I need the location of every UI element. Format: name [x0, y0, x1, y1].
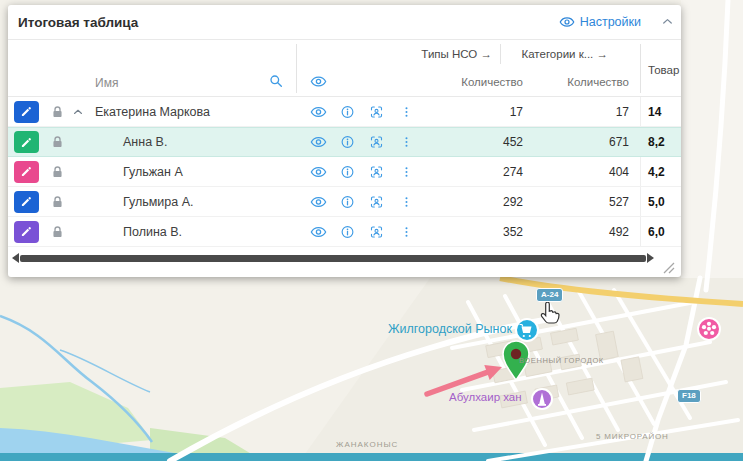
- qty-nso-types: 17: [423, 105, 523, 119]
- qty-categories: 17: [529, 105, 629, 119]
- table-row[interactable]: Екатерина Маркова 17 17 14: [8, 97, 681, 127]
- table-row-selected[interactable]: Анна В. 452 671 8,2: [8, 127, 681, 157]
- row-menu-icon[interactable]: [400, 136, 413, 149]
- row-locate-icon[interactable]: [369, 104, 384, 119]
- row-info-icon[interactable]: [340, 224, 355, 239]
- column-header-name: Имя: [95, 76, 118, 90]
- row-locate-icon[interactable]: [369, 224, 384, 239]
- row-menu-icon[interactable]: [400, 105, 413, 118]
- qty-nso-types: 352: [423, 225, 523, 239]
- header-divider: [296, 44, 297, 93]
- panel-header: Итоговая таблица Настройки: [8, 5, 681, 40]
- pencil-icon: [20, 195, 33, 208]
- resize-grip[interactable]: [661, 260, 675, 274]
- road-badge-f18: F18: [677, 389, 701, 403]
- qty-categories: 404: [529, 165, 629, 179]
- row-info-icon[interactable]: [340, 135, 355, 150]
- scrollbar-thumb[interactable]: [20, 255, 646, 262]
- row-name: Гульжан А: [123, 165, 183, 179]
- map-label-district-zhanakonys: ЖАНАКОНЫС: [336, 440, 398, 449]
- lock-icon[interactable]: [50, 135, 65, 150]
- row-name: Полина В.: [123, 225, 182, 239]
- qty-nso-types: 292: [423, 195, 523, 209]
- horizontal-scrollbar[interactable]: [12, 253, 654, 263]
- row-name: Анна В.: [123, 135, 167, 149]
- eye-icon: [559, 14, 575, 30]
- row-menu-icon[interactable]: [400, 195, 413, 208]
- edit-button[interactable]: [14, 191, 39, 213]
- row-info-icon[interactable]: [340, 194, 355, 209]
- settings-label: Настройки: [580, 15, 641, 29]
- app-window: Жилгородской Рынок ВОЕННЫЙ ГОРОДОК Абулх…: [0, 0, 743, 461]
- monument-poi-icon[interactable]: [532, 389, 552, 409]
- qty-categories: 671: [529, 135, 629, 149]
- pencil-icon: [20, 165, 33, 178]
- table-row[interactable]: Гульмира А. 292 527 5,0: [8, 187, 681, 217]
- column-header-qty-types: Количество: [423, 76, 523, 88]
- edit-button[interactable]: [14, 221, 39, 243]
- map-water-strip: [0, 453, 743, 461]
- qty-goods: 8,2: [648, 135, 681, 149]
- table-row[interactable]: Гульжан А 274 404 4,2: [8, 157, 681, 187]
- map-label-district-5mkr: 5 МИКРОРАЙОН: [596, 432, 669, 441]
- row-visibility-icon[interactable]: [310, 134, 327, 151]
- pencil-icon: [20, 136, 33, 149]
- qty-nso-types: 274: [423, 165, 523, 179]
- summary-table-panel: Итоговая таблица Настройки Типы НСО → Ка…: [8, 5, 681, 277]
- qty-nso-types: 452: [423, 135, 523, 149]
- qty-goods: 4,2: [648, 165, 681, 179]
- qty-categories: 527: [529, 195, 629, 209]
- qty-goods: 14: [648, 105, 681, 119]
- collapse-panel-button[interactable]: [660, 14, 675, 29]
- row-info-icon[interactable]: [340, 164, 355, 179]
- row-locate-icon[interactable]: [369, 164, 384, 179]
- row-visibility-icon[interactable]: [310, 163, 327, 180]
- row-info-icon[interactable]: [340, 104, 355, 119]
- qty-goods: 6,0: [648, 225, 681, 239]
- row-name: Гульмира А.: [123, 195, 193, 209]
- search-icon[interactable]: [268, 73, 284, 89]
- edit-button[interactable]: [14, 131, 39, 153]
- table-header: Типы НСО → Категории к... → Товар Имя Ко…: [8, 40, 681, 97]
- table-row[interactable]: Полина В. 352 492 6,0: [8, 217, 681, 247]
- header-divider: [500, 44, 501, 64]
- scroll-right-arrow-icon[interactable]: [647, 253, 654, 263]
- settings-button[interactable]: Настройки: [559, 14, 641, 30]
- column-header-qty-categories: Количество: [529, 76, 629, 88]
- panel-title: Итоговая таблица: [18, 15, 559, 30]
- row-visibility-icon[interactable]: [310, 103, 327, 120]
- qty-goods: 5,0: [648, 195, 681, 209]
- chevron-up-icon: [660, 14, 675, 29]
- qty-categories: 492: [529, 225, 629, 239]
- row-locate-icon[interactable]: [369, 135, 384, 150]
- pencil-icon: [20, 105, 33, 118]
- column-visibility-icon[interactable]: [310, 73, 327, 90]
- row-locate-icon[interactable]: [369, 194, 384, 209]
- market-poi-icon[interactable]: [516, 319, 538, 341]
- row-visibility-icon[interactable]: [310, 193, 327, 210]
- row-menu-icon[interactable]: [400, 225, 413, 238]
- scroll-left-arrow-icon[interactable]: [12, 253, 19, 263]
- lock-icon[interactable]: [50, 164, 65, 179]
- map-label-monument[interactable]: Абулхаир хан: [449, 391, 522, 403]
- collapse-row-caret-icon[interactable]: [71, 105, 85, 119]
- map-label-military-town: ВОЕННЫЙ ГОРОДОК: [519, 356, 604, 365]
- header-divider: [640, 44, 641, 93]
- edit-button[interactable]: [14, 161, 39, 183]
- road-badge-a24: А-24: [536, 288, 563, 302]
- lock-icon[interactable]: [50, 194, 65, 209]
- row-menu-icon[interactable]: [400, 165, 413, 178]
- lock-icon[interactable]: [50, 224, 65, 239]
- lock-icon[interactable]: [50, 104, 65, 119]
- beauty-poi-icon[interactable]: [698, 318, 720, 340]
- row-name: Екатерина Маркова: [95, 105, 210, 119]
- column-group-nso-types[interactable]: Типы НСО →: [388, 48, 492, 60]
- row-visibility-icon[interactable]: [310, 223, 327, 240]
- column-group-goods: Товар: [648, 64, 681, 76]
- map-label-market[interactable]: Жилгородской Рынок: [388, 322, 512, 336]
- pencil-icon: [20, 225, 33, 238]
- edit-button[interactable]: [14, 101, 39, 123]
- table-body: Екатерина Маркова 17 17 14 Анна В. 452 6: [8, 97, 681, 247]
